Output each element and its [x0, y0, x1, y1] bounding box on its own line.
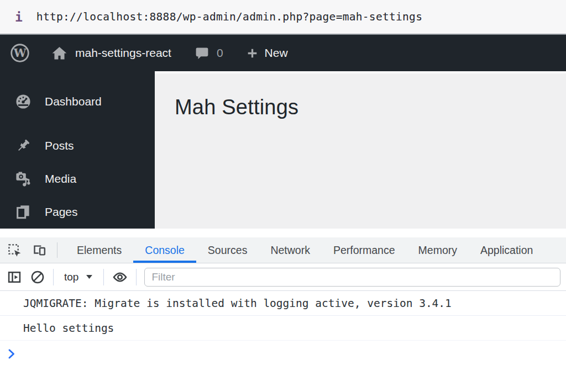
pushpin-icon: [15, 138, 31, 153]
chevron-down-icon: [86, 274, 93, 279]
inspect-element-icon[interactable]: [7, 243, 22, 258]
sidebar-item-pages[interactable]: Pages: [0, 198, 155, 226]
divider: [136, 269, 137, 285]
site-name: mah-settings-react: [75, 46, 171, 60]
live-expression-eye-icon[interactable]: [112, 269, 128, 285]
tab-network[interactable]: Network: [259, 237, 322, 263]
devtools-tab-bar: Elements Console Sources Network Perform…: [0, 237, 566, 263]
clear-console-icon[interactable]: [30, 269, 45, 285]
sidebar-item-media[interactable]: Media: [0, 165, 155, 193]
site-home-link[interactable]: mah-settings-react: [51, 45, 171, 62]
wp-admin-sidebar: Dashboard Posts: [0, 71, 155, 229]
javascript-context-select[interactable]: top: [61, 271, 96, 283]
context-label: top: [64, 271, 78, 283]
page-title: Mah Settings: [175, 96, 566, 119]
dashboard-gauge-icon: [15, 94, 31, 109]
console-toolbar: top: [0, 263, 566, 291]
divider: [103, 269, 104, 285]
chevron-right-icon: [8, 348, 566, 359]
console-prompt[interactable]: [0, 341, 566, 359]
wp-content-row: Dashboard Posts: [0, 71, 566, 229]
divider: [57, 242, 57, 258]
tab-performance[interactable]: Performance: [322, 237, 407, 263]
svg-text:W: W: [13, 46, 27, 60]
sidebar-item-label: Posts: [45, 139, 74, 152]
tab-memory[interactable]: Memory: [407, 237, 469, 263]
sidebar-item-posts[interactable]: Posts: [0, 132, 155, 160]
new-content-button[interactable]: New: [245, 46, 288, 60]
sidebar-item-label: Dashboard: [45, 95, 102, 108]
tab-application[interactable]: Application: [469, 237, 544, 263]
console-message: Hello settings: [0, 316, 566, 341]
sidebar-item-dashboard[interactable]: Dashboard: [0, 88, 155, 115]
wp-admin-bar: W mah-settings-react 0 New: [0, 35, 566, 71]
plus-icon: [245, 46, 259, 60]
comments-link[interactable]: 0: [195, 46, 223, 61]
tab-sources[interactable]: Sources: [196, 237, 259, 263]
home-icon: [51, 45, 68, 62]
stacked-pages-icon: [15, 204, 31, 220]
sidebar-item-label: Media: [45, 172, 76, 186]
tab-elements[interactable]: Elements: [65, 237, 133, 263]
console-sidebar-toggle-icon[interactable]: [7, 269, 22, 285]
comment-count: 0: [217, 46, 223, 60]
sidebar-item-label: Pages: [45, 205, 78, 219]
console-message: JQMIGRATE: Migrate is installed with log…: [0, 291, 566, 316]
new-button-label: New: [265, 46, 288, 60]
device-toolbar-icon[interactable]: [32, 243, 47, 258]
page-bottom-gap: [0, 229, 566, 237]
camera-music-icon: [15, 171, 31, 187]
tab-console[interactable]: Console: [133, 237, 196, 263]
wp-main-content: Mah Settings: [155, 71, 566, 229]
info-icon: i: [15, 10, 23, 24]
url-info-bar: i http://localhost:8888/wp-admin/admin.p…: [0, 0, 566, 35]
page-url: http://localhost:8888/wp-admin/admin.php…: [36, 10, 422, 23]
divider: [53, 269, 54, 285]
devtools-panel: Elements Console Sources Network Perform…: [0, 237, 566, 392]
comment-bubble-icon: [195, 46, 209, 61]
wordpress-logo-icon[interactable]: W: [10, 43, 30, 63]
console-output: JQMIGRATE: Migrate is installed with log…: [0, 291, 566, 392]
console-filter-input[interactable]: [144, 268, 560, 287]
